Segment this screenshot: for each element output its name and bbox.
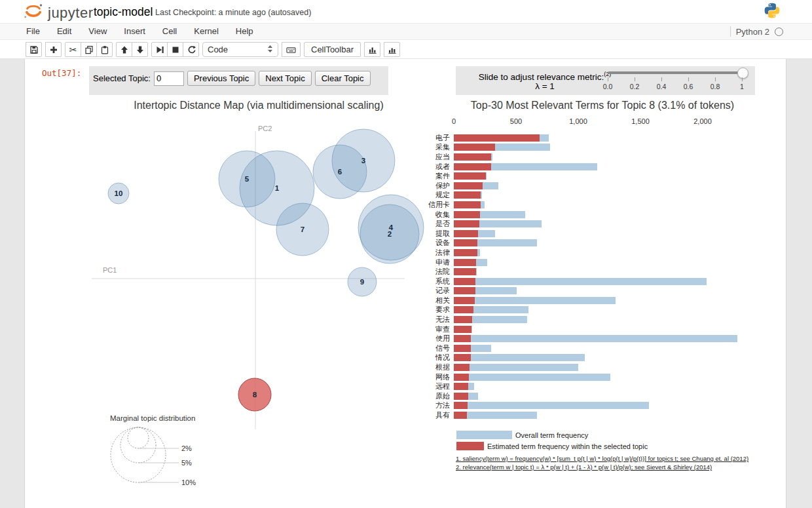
overall-frequency-bar[interactable] (454, 278, 707, 285)
topic-frequency-bar[interactable] (454, 249, 477, 256)
term-row[interactable]: 无法 (419, 315, 760, 324)
term-row[interactable]: 情况 (419, 353, 760, 363)
term-label[interactable]: 申请 (419, 258, 454, 267)
topic-bubble-9[interactable] (348, 267, 377, 296)
term-row[interactable]: 设备 (419, 239, 760, 248)
menu-item-insert[interactable]: Insert (115, 24, 154, 39)
move-cell-up-button[interactable] (116, 42, 132, 57)
topic-bubble-7[interactable] (276, 203, 329, 256)
restart-kernel-button[interactable] (183, 42, 199, 57)
overall-frequency-bar[interactable] (454, 364, 578, 371)
topic-bubble-10[interactable] (108, 183, 129, 204)
selected-topic-input[interactable] (154, 71, 184, 86)
term-row[interactable]: 远程 (419, 381, 760, 391)
term-row[interactable]: 方法 (419, 401, 760, 411)
topic-bubble-8[interactable] (238, 378, 271, 411)
term-label[interactable]: 信用卡 (419, 200, 454, 210)
term-row[interactable]: 记录 (419, 286, 760, 296)
cut-cell-button[interactable]: ✂ (65, 42, 81, 57)
menu-item-view[interactable]: View (80, 24, 115, 39)
term-label[interactable]: 提取 (419, 229, 454, 239)
menu-item-file[interactable]: File (18, 24, 48, 39)
topic-frequency-bar[interactable] (454, 335, 471, 342)
menu-item-kernel[interactable]: Kernel (185, 24, 227, 39)
term-row[interactable]: 具有 (419, 410, 760, 420)
term-row[interactable]: 保护 (419, 181, 760, 191)
insert-cell-below-button[interactable] (45, 42, 62, 57)
term-row[interactable]: 申请 (419, 258, 760, 267)
term-row[interactable]: 或者 (419, 162, 760, 172)
jupyter-logo[interactable]: jupyter (22, 2, 94, 23)
term-row[interactable]: 网络 (419, 372, 760, 382)
command-palette-button[interactable] (282, 42, 301, 57)
paste-cell-button[interactable] (96, 42, 113, 57)
term-row[interactable]: 相关 (419, 296, 760, 305)
topic-frequency-bar[interactable] (454, 182, 483, 189)
topic-frequency-bar[interactable] (454, 230, 478, 237)
copy-cell-button[interactable] (81, 42, 97, 57)
term-label[interactable]: 根据 (419, 362, 454, 372)
term-label[interactable]: 网络 (419, 372, 454, 382)
term-row[interactable]: 法律 (419, 248, 760, 258)
topic-frequency-bar[interactable] (454, 364, 470, 371)
previous-topic-button[interactable]: Previous Topic (187, 71, 255, 86)
term-row[interactable]: 电子 (419, 133, 760, 143)
term-row[interactable]: 信用卡 (419, 200, 760, 210)
notebook-title[interactable]: topic-model (94, 5, 153, 19)
topic-frequency-bar[interactable] (454, 278, 475, 285)
term-label[interactable]: 记录 (419, 286, 454, 296)
topic-frequency-bar[interactable] (454, 239, 477, 246)
term-label[interactable]: 使用 (419, 334, 454, 343)
topic-frequency-bar[interactable] (454, 211, 480, 218)
nbextension-chart-button-2[interactable] (384, 42, 400, 57)
topic-frequency-bar[interactable] (454, 374, 469, 381)
topic-frequency-bar[interactable] (454, 306, 473, 313)
term-label[interactable]: 具有 (419, 410, 454, 420)
topic-frequency-bar[interactable] (454, 297, 475, 304)
term-row[interactable]: 规定 (419, 191, 760, 201)
menu-item-edit[interactable]: Edit (48, 24, 80, 39)
term-row[interactable]: 审查 (419, 324, 760, 334)
term-label[interactable]: 保护 (419, 181, 454, 191)
term-row[interactable]: 使用 (419, 334, 760, 343)
term-label[interactable]: 或者 (419, 162, 454, 172)
term-row[interactable]: 案件 (419, 171, 760, 181)
term-label[interactable]: 审查 (419, 324, 454, 334)
topic-frequency-bar[interactable] (454, 393, 468, 400)
menu-item-cell[interactable]: Cell (154, 24, 185, 39)
clear-topic-button[interactable]: Clear Topic (315, 71, 371, 86)
topic-frequency-bar[interactable] (454, 287, 475, 294)
topic-frequency-bar[interactable] (454, 153, 491, 161)
term-row[interactable]: 应当 (419, 152, 760, 162)
term-label[interactable]: 案件 (419, 171, 454, 181)
overall-frequency-bar[interactable] (454, 374, 610, 381)
topic-frequency-bar[interactable] (454, 144, 495, 151)
term-label[interactable]: 应当 (419, 152, 454, 162)
term-row[interactable]: 原始 (419, 391, 760, 401)
term-row[interactable]: 根据 (419, 362, 760, 372)
term-label[interactable]: 信号 (419, 343, 454, 353)
term-label[interactable]: 法律 (419, 248, 454, 258)
celltoolbar-button[interactable]: CellToolbar (304, 42, 361, 57)
overall-frequency-bar[interactable] (454, 297, 616, 304)
overall-frequency-bar[interactable] (454, 402, 649, 409)
relevance-slider-handle[interactable] (737, 68, 748, 79)
term-row[interactable]: 系统 (419, 277, 760, 286)
topic-frequency-bar[interactable] (454, 383, 468, 390)
term-label[interactable]: 法院 (419, 267, 454, 277)
term-label[interactable]: 电子 (419, 133, 454, 143)
next-topic-button[interactable]: Next Topic (259, 71, 311, 86)
topic-frequency-bar[interactable] (454, 134, 540, 142)
term-label[interactable]: 设备 (419, 238, 454, 248)
term-row[interactable]: 是否 (419, 219, 760, 229)
topic-frequency-bar[interactable] (454, 326, 471, 333)
topic-frequency-bar[interactable] (454, 220, 479, 227)
interrupt-kernel-button[interactable] (167, 42, 183, 57)
topic-frequency-bar[interactable] (454, 316, 472, 323)
cell-type-select[interactable]: Code (202, 42, 278, 57)
term-row[interactable]: 法院 (419, 267, 760, 277)
term-label[interactable]: 原始 (419, 391, 454, 401)
topic-frequency-bar[interactable] (454, 402, 468, 409)
term-label[interactable]: 是否 (419, 219, 454, 229)
term-label[interactable]: 采集 (419, 142, 454, 152)
